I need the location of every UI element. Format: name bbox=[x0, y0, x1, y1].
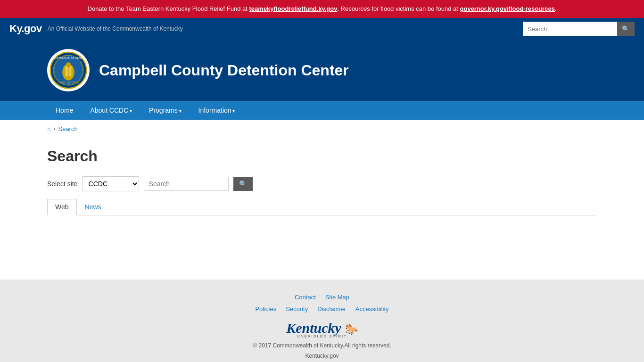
main-search-input[interactable] bbox=[144, 177, 229, 191]
search-area: Select site CCDC 🔍 Web News bbox=[47, 176, 597, 215]
main-nav: Home About CCDC Programs Information bbox=[0, 101, 644, 120]
topbar-search-icon: 🔍 bbox=[622, 25, 630, 33]
topbar-left: Ky.gov An Official Website of the Common… bbox=[9, 23, 183, 35]
breadcrumb-home-link[interactable]: ⌂ bbox=[47, 125, 51, 132]
ky-logo-text: Kentucky bbox=[286, 320, 341, 336]
topbar: Ky.gov An Official Website of the Common… bbox=[0, 18, 644, 40]
nav-about: About CCDC bbox=[82, 101, 140, 120]
main-content: Search Select site CCDC 🔍 Web News bbox=[0, 138, 644, 280]
nav-information: Information bbox=[190, 101, 244, 120]
tab-web[interactable]: Web bbox=[47, 199, 77, 215]
breadcrumb-separator: / bbox=[54, 125, 56, 132]
footer-disclaimer-link[interactable]: Disclaimer bbox=[317, 305, 346, 313]
svg-point-6 bbox=[66, 62, 71, 67]
search-tabs: Web News bbox=[47, 199, 597, 215]
footer-links-row2: Policies Security Disclaimer Accessibili… bbox=[47, 305, 597, 313]
breadcrumb-current-link[interactable]: Search bbox=[58, 125, 77, 132]
page-title: Search bbox=[47, 148, 597, 165]
footer-kygov: Kentucky.gov bbox=[47, 353, 597, 359]
ky-horse-icon: 🐎 bbox=[345, 323, 358, 335]
footer-copyright: © 2017 Commonwealth of Kentucky.All righ… bbox=[47, 342, 597, 349]
site-title: Campbell County Detention Center bbox=[99, 62, 349, 79]
alert-banner: Donate to the Team Eastern Kentucky Floo… bbox=[0, 0, 644, 18]
footer-policies-link[interactable]: Policies bbox=[255, 305, 276, 313]
tab-news[interactable]: News bbox=[77, 199, 109, 215]
footer-accessibility-link[interactable]: Accessibility bbox=[355, 305, 389, 313]
kygov-logo[interactable]: Ky.gov bbox=[9, 23, 42, 35]
alert-link-2[interactable]: governor.ky.gov/flood-resources bbox=[460, 5, 555, 12]
footer-security-link[interactable]: Security bbox=[286, 305, 308, 313]
main-search-icon: 🔍 bbox=[239, 180, 247, 188]
topbar-search-button[interactable]: 🔍 bbox=[617, 22, 635, 36]
alert-text-end: . bbox=[555, 5, 557, 12]
alert-text-middle: . Resources for flood victims can be fou… bbox=[337, 5, 460, 12]
footer-sitemap-link[interactable]: Site Map bbox=[325, 294, 349, 301]
site-footer: Contact Site Map Policies Security Discl… bbox=[0, 280, 644, 362]
alert-text: Donate to the Team Eastern Kentucky Floo… bbox=[88, 5, 249, 12]
topbar-search-form: 🔍 bbox=[523, 22, 635, 36]
alert-link-1[interactable]: teamekyfloodrelieffund.ky.gov bbox=[249, 5, 338, 12]
main-search-button[interactable]: 🔍 bbox=[233, 177, 253, 191]
site-logo: COMMONWEALTH OF KENTUCKY UNITED WE STAND bbox=[47, 49, 90, 91]
footer-contact-link[interactable]: Contact bbox=[295, 294, 316, 301]
seal-svg: COMMONWEALTH OF KENTUCKY UNITED WE STAND bbox=[50, 51, 87, 89]
footer-links-row1: Contact Site Map bbox=[47, 294, 597, 301]
site-select[interactable]: CCDC bbox=[83, 176, 139, 191]
ky-footer-logo: Kentucky 🐎 UNBRIDLED SPIRIT bbox=[286, 320, 358, 338]
topbar-search-input[interactable] bbox=[523, 22, 617, 36]
nav-home[interactable]: Home bbox=[47, 101, 82, 120]
site-header: COMMONWEALTH OF KENTUCKY UNITED WE STAND… bbox=[0, 40, 644, 101]
home-icon: ⌂ bbox=[47, 125, 51, 132]
ky-unbridled-text: UNBRIDLED SPIRIT bbox=[286, 334, 358, 338]
select-site-label: Select site bbox=[47, 180, 78, 188]
search-row: Select site CCDC 🔍 bbox=[47, 176, 597, 191]
nav-programs: Programs bbox=[140, 101, 190, 120]
svg-text:COMMONWEALTH OF KENTUCKY: COMMONWEALTH OF KENTUCKY bbox=[50, 57, 87, 59]
breadcrumb: ⌂ / Search bbox=[0, 120, 644, 138]
topbar-official-text: An Official Website of the Commonwealth … bbox=[48, 25, 183, 32]
